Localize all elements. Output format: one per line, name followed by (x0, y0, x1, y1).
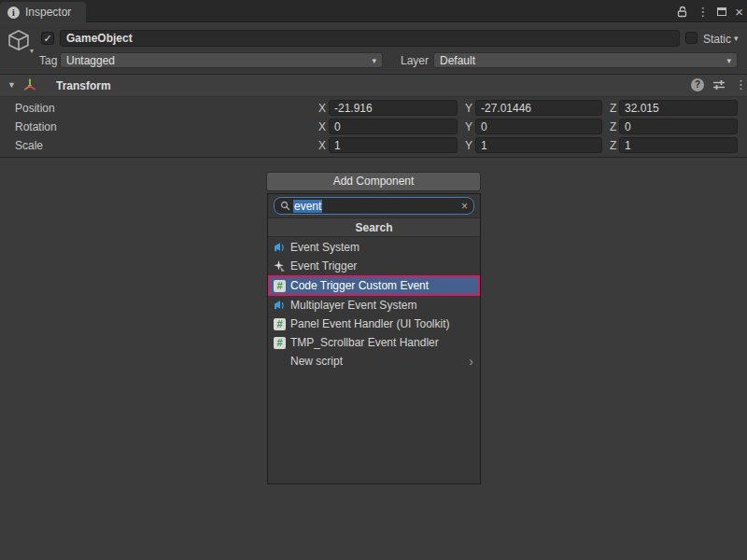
chevron-down-icon: ▾ (372, 56, 376, 65)
axis-y-label: Y (465, 120, 472, 133)
transform-header[interactable] (0, 74, 747, 97)
list-item-event-system[interactable]: Event System (268, 238, 480, 257)
search-query-text: event (293, 200, 322, 213)
list-item-event-trigger[interactable]: Event Trigger (268, 257, 480, 275)
list-item-label: TMP_Scrollbar Event Handler (290, 336, 439, 349)
position-label: Position (15, 102, 55, 115)
csharp-script-icon: # (274, 280, 286, 292)
add-component-button[interactable]: Add Component (266, 172, 481, 191)
foldout-arrow-icon[interactable]: ▼ (7, 80, 16, 90)
tag-value: Untagged (66, 54, 115, 67)
window-controls: ⋮ × (677, 0, 743, 22)
rotation-x-field[interactable]: 0 (329, 119, 458, 134)
chevron-down-icon: ▾ (726, 56, 731, 65)
scale-label: Scale (15, 139, 43, 152)
tab-label: Inspector (25, 6, 71, 19)
search-icon (280, 201, 290, 211)
chevron-right-icon: › (469, 355, 473, 368)
help-icon[interactable]: ? (691, 78, 704, 91)
csharp-script-icon: # (274, 337, 286, 349)
position-y-field[interactable]: -27.01446 (475, 100, 602, 116)
list-item-label: Event System (290, 241, 359, 254)
event-trigger-icon (274, 260, 286, 273)
csharp-script-icon: # (274, 318, 286, 330)
layer-value: Default (440, 54, 475, 67)
axis-z-label: Z (610, 120, 616, 133)
transform-title: Transform (56, 79, 111, 92)
tab-inspector[interactable]: i Inspector (0, 2, 86, 22)
list-item-label: Panel Event Handler (UI Toolkit) (290, 317, 450, 330)
add-component-popup: event × Search Event System Event Trigge (267, 193, 481, 484)
layer-dropdown[interactable]: Default ▾ (433, 52, 738, 68)
rotation-label: Rotation (15, 120, 57, 133)
rotation-y-field[interactable]: 0 (475, 119, 602, 134)
tag-label: Tag (39, 54, 57, 67)
presets-icon[interactable] (712, 78, 726, 91)
clear-search-icon[interactable]: × (461, 200, 468, 213)
layer-label: Layer (401, 54, 429, 67)
active-checkbox[interactable]: ✓ (41, 32, 54, 45)
icon-picker-arrow[interactable]: ▾ (30, 47, 34, 55)
axis-z-label: Z (610, 139, 616, 152)
list-item-tmp-scrollbar-event-handler[interactable]: # TMP_Scrollbar Event Handler (268, 333, 480, 352)
position-z-field[interactable]: 32.015 (619, 100, 738, 116)
axis-y-label: Y (465, 102, 472, 115)
event-system-icon (274, 242, 286, 254)
tag-dropdown[interactable]: Untagged ▾ (60, 52, 383, 68)
rotation-z-field[interactable]: 0 (619, 119, 738, 134)
axis-z-label: Z (610, 102, 616, 115)
scale-z-field[interactable]: 1 (619, 137, 738, 153)
list-item-label: New script (290, 355, 343, 368)
close-icon[interactable]: × (735, 5, 743, 19)
event-system-icon (274, 300, 286, 312)
transform-icon (22, 77, 37, 92)
list-item-code-trigger-custom-event[interactable]: # Code Trigger Custom Event (268, 275, 480, 296)
static-label: Static (703, 33, 731, 46)
window-menu-icon[interactable]: ⋮ (697, 6, 709, 18)
list-item-label: Code Trigger Custom Event (290, 279, 429, 292)
maximize-icon[interactable] (717, 7, 726, 16)
gameobject-name-input[interactable] (60, 30, 680, 47)
axis-y-label: Y (465, 139, 472, 152)
info-icon: i (7, 7, 20, 19)
scale-x-field[interactable]: 1 (329, 137, 458, 153)
scale-y-field[interactable]: 1 (475, 137, 602, 153)
axis-x-label: X (318, 120, 326, 133)
axis-x-label: X (318, 102, 326, 115)
list-item-panel-event-handler[interactable]: # Panel Event Handler (UI Toolkit) (268, 315, 480, 333)
static-checkbox[interactable] (685, 32, 698, 44)
component-list: Event System Event Trigger # Code Trigge… (268, 238, 480, 371)
list-item-label: Event Trigger (290, 259, 357, 273)
static-flags-arrow[interactable]: ▾ (734, 34, 739, 43)
axis-x-label: X (318, 139, 326, 152)
component-search-input[interactable]: event × (274, 197, 474, 215)
search-section-header: Search (268, 217, 480, 237)
list-item-multiplayer-event-system[interactable]: Multiplayer Event System (268, 296, 480, 315)
component-menu-icon[interactable]: ⋮ (735, 78, 747, 91)
position-x-field[interactable]: -21.916 (329, 100, 458, 116)
list-item-new-script[interactable]: New script › (268, 352, 480, 371)
titlebar: i Inspector ⋮ × (0, 0, 747, 22)
lock-icon[interactable] (677, 6, 688, 18)
list-item-label: Multiplayer Event System (290, 299, 416, 312)
